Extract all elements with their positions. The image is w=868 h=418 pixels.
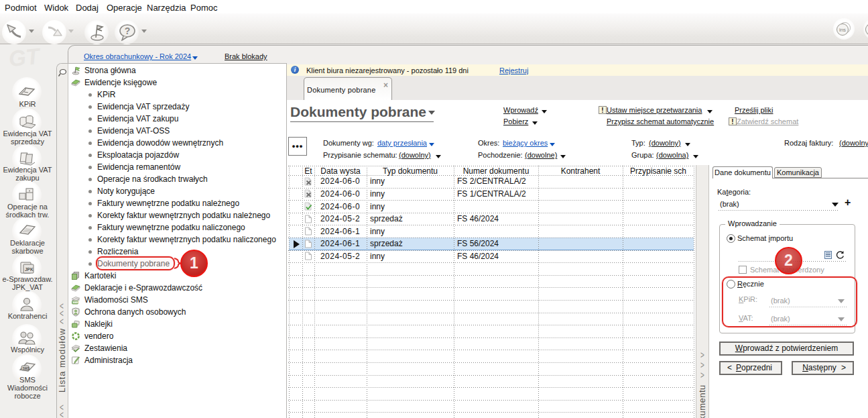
svg-text:JPK: JPK xyxy=(25,267,34,272)
svg-text:?: ? xyxy=(125,25,131,36)
svg-text:SMS: SMS xyxy=(23,366,31,370)
svg-text:SMS: SMS xyxy=(73,301,79,304)
